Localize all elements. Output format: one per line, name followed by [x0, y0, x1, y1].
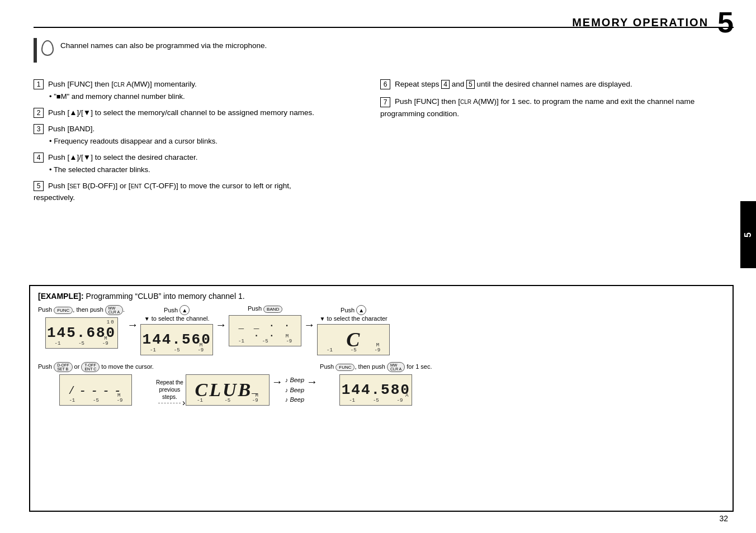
step-text-3: Push [BAND]. — [48, 125, 94, 133]
display2-scale: -1-5-9 — [141, 348, 212, 353]
ex-group3-label: Push BAND — [248, 305, 282, 313]
ex2-group1: Push D-OFFSET B or T-OFFENT C to move th… — [38, 362, 154, 406]
setb-btn: D-OFFSET B — [54, 362, 72, 372]
ex2-group1-label: Push D-OFFSET B or T-OFFENT C to move th… — [38, 362, 154, 372]
display4-scale: -1-5-9 — [318, 348, 389, 353]
step-6: 6 Repeat steps 4 and 5 until the desired… — [380, 78, 705, 90]
step-text-6: Repeat steps 4 and 5 until the desired c… — [395, 80, 632, 88]
dashed-arrow-area: Repeat theprevioussteps. › — [156, 379, 183, 403]
func-btn-1: FUNC — [54, 307, 73, 314]
func-btn-r2: FUNC — [336, 364, 355, 371]
display1-id: 10 — [107, 320, 115, 325]
ex2-group2: CLUB _ M -1-5-9 — [186, 362, 270, 406]
page: MEMORY OPERATION 5 5 32 Channel names ca… — [0, 0, 756, 533]
ex-display1: 145.680 M 10 -1-5-9 — [45, 317, 118, 349]
ex-group1-label: Push FUNC, then push MWCLR A. — [38, 305, 125, 315]
ex2-display4-scale: -1-5-9 — [340, 398, 412, 403]
ex-group3: Push BAND _ _ · · · · M -1-5-9 — [229, 305, 301, 346]
arrow-row2-1: → — [272, 375, 283, 388]
display3-scale: -1-5-9 — [229, 339, 301, 344]
step-num-2: 2 — [34, 108, 44, 118]
ex2-display1-chars: / - - - - — [70, 383, 122, 397]
step-num-6: 6 — [380, 79, 390, 89]
ex2-group4: Push FUNC, then push MWCLR A for 1 sec. … — [320, 362, 432, 406]
step-text-5: Push [SET B(D-OFF)] or [ENT C(T-OFF)] to… — [34, 182, 291, 202]
step-5: 5 Push [SET B(D-OFF)] or [ENT C(T-OFF)] … — [34, 180, 324, 204]
example-box: [EXAMPLE]: Programming “CLUB” into memor… — [29, 285, 734, 512]
step-4: 4 Push [▲]/[▼] to select the desired cha… — [34, 151, 324, 175]
note-icon — [34, 38, 54, 63]
up-btn-2: ▲ — [179, 305, 190, 315]
note-circle — [41, 40, 54, 56]
step-text-2: Push [▲]/[▼] to select the memory/call c… — [48, 108, 314, 117]
step-num-4: 4 — [34, 153, 44, 163]
example-title-rest: Programming “CLUB” into memory channel 1… — [84, 292, 245, 301]
repeat-label: Repeat theprevioussteps. — [156, 379, 183, 401]
ex-group2: Push ▲ ▼ to select the channel. 144.560 … — [140, 305, 213, 355]
ex2-display1-scale: -1-5-9 — [60, 398, 131, 403]
ex-display2: 144.560 M -1-5-9 — [140, 324, 213, 355]
dashed-arrow: › — [158, 403, 181, 403]
step-sub-1: • "■M" and memory channel number blink. — [49, 91, 324, 102]
arrow1: → — [127, 318, 138, 331]
step-sub-4: • The selected character blinks. — [49, 164, 324, 175]
step-sub-3: • Frequency readouts disappear and a cur… — [49, 136, 324, 147]
ex2-display1: / - - - - M -1-5-9 — [59, 374, 132, 406]
ex-group4-label: Push ▲ ▼ to select the character — [320, 305, 388, 322]
ex2-display4: 144.580 A -1-5-9 — [339, 374, 412, 406]
ex2-display4-freq: 144.580 — [342, 382, 410, 398]
step-1: 1 Push [FUNC] then [CLR A(MW)] momentari… — [34, 78, 324, 102]
step-3: 3 Push [BAND]. • Frequency readouts disa… — [34, 123, 324, 147]
ex2-display2: CLUB _ M -1-5-9 — [186, 374, 270, 406]
arrow2: → — [215, 318, 226, 331]
band-btn: BAND — [263, 306, 282, 313]
ex-display4: C M -1-5-9 — [317, 324, 390, 355]
step-num-5: 5 — [34, 181, 44, 191]
side-tab: 5 — [740, 201, 756, 268]
step-text-1: Push [FUNC] then [CLR A(MW)] momentarily… — [48, 80, 197, 88]
example-row2: Push D-OFFSET B or T-OFFENT C to move th… — [38, 362, 725, 406]
page-header: MEMORY OPERATION 5 — [572, 8, 734, 37]
note-block: Channel names can also be programmed via… — [34, 38, 313, 63]
ex2-display2-scale: -1-5-9 — [186, 398, 269, 403]
note-bar — [34, 38, 37, 63]
display1-scale: -1-5-9 — [46, 341, 117, 346]
chapter-title: MEMORY OPERATION — [572, 16, 708, 29]
example-title-bold: [EXAMPLE]: — [38, 292, 84, 301]
step-num-3: 3 — [34, 124, 44, 134]
step-2: 2 Push [▲]/[▼] to select the memory/call… — [34, 107, 324, 118]
dashed-arrow-head: › — [182, 398, 185, 408]
ex-group4: Push ▲ ▼ to select the character C M -1-… — [317, 305, 390, 355]
beep-area: ♪ Beep ♪ Beep ♪ Beep — [285, 375, 304, 405]
example-row1: Push FUNC, then push MWCLR A. 145.680 M … — [38, 305, 725, 355]
entc-btn: T-OFFENT C — [81, 362, 100, 372]
ex-group2-label: Push ▲ ▼ to select the channel. — [144, 305, 210, 322]
step-text-4: Push [▲]/[▼] to select the desired chara… — [48, 153, 198, 161]
steps-right: 6 Repeat steps 4 and 5 until the desired… — [380, 78, 705, 124]
up-btn-4: ▲ — [356, 305, 366, 315]
arrow3: → — [304, 318, 315, 331]
ex-group1: Push FUNC, then push MWCLR A. 145.680 M … — [38, 305, 125, 349]
step-num-1: 1 — [34, 79, 44, 89]
ex-display3: _ _ · · · · M -1-5-9 — [229, 315, 301, 346]
arrow-row2-2: → — [306, 375, 318, 388]
steps-left: 1 Push [FUNC] then [CLR A(MW)] momentari… — [34, 78, 324, 208]
mwclra-btn-1: MWCLR A — [105, 305, 123, 315]
mwclra-btn-r2: MWCLR A — [387, 362, 405, 372]
note-text: Channel names can also be programmed via… — [60, 38, 267, 51]
step-text-7: Push [FUNC] then [CLR A(MW)] for 1 sec. … — [380, 97, 694, 117]
chapter-number: 5 — [717, 8, 734, 37]
page-number: 32 — [719, 514, 728, 523]
step-num-7: 7 — [380, 97, 390, 107]
side-tab-label: 5 — [743, 232, 753, 237]
beep-text: ♪ Beep ♪ Beep ♪ Beep — [285, 375, 304, 405]
step-7: 7 Push [FUNC] then [CLR A(MW)] for 1 sec… — [380, 96, 705, 120]
example-title: [EXAMPLE]: Programming “CLUB” into memor… — [38, 292, 725, 301]
ex2-group4-label: Push FUNC, then push MWCLR A for 1 sec. — [320, 362, 432, 372]
